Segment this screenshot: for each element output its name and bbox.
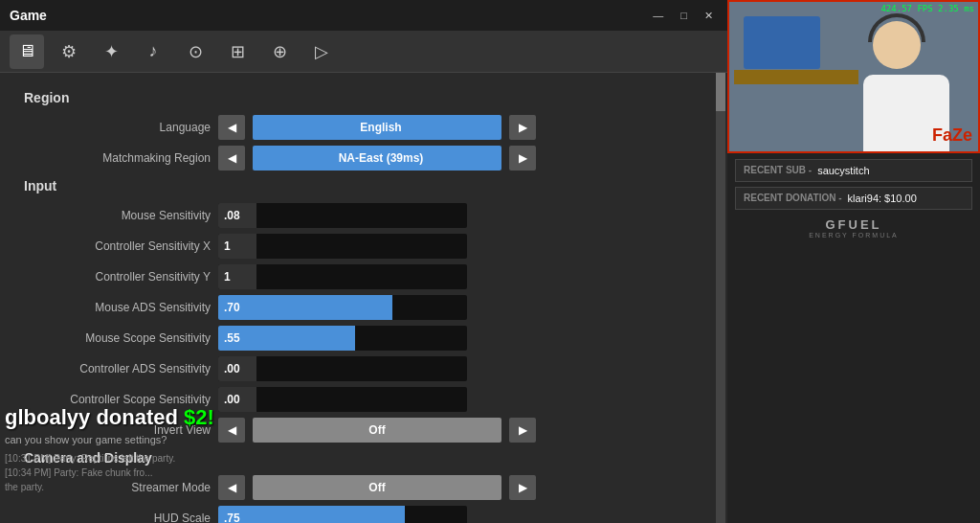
monitor-in-bg [744, 16, 820, 69]
title-bar-left: Game [10, 8, 47, 23]
desk [734, 70, 858, 84]
scrollbar-thumb[interactable] [716, 73, 725, 111]
language-setting: Language ◀ English ▶ [19, 115, 708, 140]
mouse-ads-slider[interactable]: .70 [218, 295, 467, 320]
mouse-scope-label: Mouse Scope Sensitivity [19, 331, 211, 345]
mouse-ads-fill: .70 [218, 295, 392, 320]
nav-bar: 🖥 ⚙ ✦ ♪ ⊙ ⊞ ⊕ ▷ [0, 31, 727, 73]
donation-notification: glboalyy donated $2! [5, 405, 340, 430]
chat-text-1: Party: Reptilins left the party. [54, 453, 175, 464]
recent-sub-name: saucystitch [817, 165, 869, 176]
faze-logo: FaZe [932, 125, 972, 146]
close-button[interactable]: ✕ [700, 8, 718, 24]
mouse-scope-setting: Mouse Scope Sensitivity .55 [19, 326, 708, 351]
gfuel-text: GFUEL [735, 217, 972, 232]
controller-ads-setting: Controller ADS Sensitivity .00 [19, 356, 708, 381]
matchmaking-next-button[interactable]: ▶ [509, 146, 536, 171]
gear-nav-icon[interactable]: ⚙ [52, 34, 86, 69]
matchmaking-prev-button[interactable]: ◀ [218, 146, 245, 171]
headphones [868, 13, 925, 42]
donation-amount: $2! [184, 405, 214, 429]
window-title: Game [10, 8, 47, 23]
streamer-mode-next-button[interactable]: ▶ [509, 475, 536, 500]
controller-sensitivity-y-setting: Controller Sensitivity Y 1 [19, 264, 708, 289]
accessibility-nav-icon[interactable]: ⊙ [178, 34, 212, 69]
recent-sub-bar: RECENT SUB - saucystitch [735, 159, 972, 182]
mouse-sensitivity-label: Mouse Sensitivity [19, 209, 211, 222]
play-nav-icon[interactable]: ▷ [304, 34, 339, 69]
webcam-area: 424.57 FPS 2.35 ms FaZe [727, 0, 980, 153]
controller-sensitivity-x-label: Controller Sensitivity X [19, 239, 211, 253]
recent-sub-label: RECENT SUB - [744, 165, 812, 176]
mouse-ads-label: Mouse ADS Sensitivity [19, 301, 211, 314]
matchmaking-setting: Matchmaking Region ◀ NA-East (39ms) ▶ [19, 146, 708, 171]
mouse-sensitivity-slider[interactable]: .08 [218, 203, 467, 228]
hud-scale-setting: HUD Scale .75 [19, 506, 708, 523]
controller-ads-label: Controller ADS Sensitivity [19, 362, 211, 375]
matchmaking-value: NA-East (39ms) [253, 146, 501, 171]
chat-text-2: Party: Fake chunk fro... [54, 467, 152, 478]
region-section-title: Region [19, 90, 708, 105]
hud-scale-label: HUD Scale [19, 512, 211, 523]
controller-sensitivity-y-label: Controller Sensitivity Y [19, 270, 211, 284]
controller-nav-icon[interactable]: ⊕ [262, 34, 297, 69]
mouse-sensitivity-fill: .08 [218, 203, 256, 228]
monitor-nav-icon[interactable]: 🖥 [10, 34, 44, 69]
mouse-sensitivity-setting: Mouse Sensitivity .08 [19, 203, 708, 228]
controller-sensitivity-y-slider[interactable]: 1 [218, 264, 467, 289]
recent-donation-label: RECENT DONATION - [744, 193, 842, 204]
hud-scale-fill: .75 [218, 506, 405, 523]
chat-messages: [10:31 PM] Party: Reptilins left the par… [5, 451, 340, 494]
mouse-ads-setting: Mouse ADS Sensitivity .70 [19, 295, 708, 320]
controller-scope-label: Controller Scope Sensitivity [19, 393, 211, 406]
title-bar-controls: — □ ✕ [648, 8, 718, 24]
controller-sensitivity-x-setting: Controller Sensitivity X 1 [19, 234, 708, 259]
gfuel-sub-text: ENERGY FORMULA [735, 232, 972, 239]
mouse-scope-slider[interactable]: .55 [218, 326, 467, 351]
language-prev-button[interactable]: ◀ [218, 115, 245, 140]
mouse-scope-fill: .55 [218, 326, 355, 351]
title-bar: Game — □ ✕ [0, 0, 727, 31]
language-label: Language [19, 121, 211, 134]
chat-time-2: [10:34 PM] [5, 467, 54, 478]
scrollbar-track[interactable] [716, 73, 725, 523]
audio-nav-icon[interactable]: ♪ [136, 34, 170, 69]
gfuel-logo: GFUEL ENERGY FORMULA [735, 217, 972, 239]
invert-view-next-button[interactable]: ▶ [509, 418, 536, 443]
fps-counter: 424.57 FPS 2.35 ms [880, 4, 974, 15]
language-next-button[interactable]: ▶ [509, 115, 536, 140]
minimize-button[interactable]: — [648, 8, 668, 24]
maximize-button[interactable]: □ [676, 8, 692, 24]
chat-question: can you show your game settings? [5, 434, 340, 445]
controller-sensitivity-x-slider[interactable]: 1 [218, 234, 467, 259]
hud-scale-slider[interactable]: .75 [218, 506, 467, 523]
recent-donation-bar: RECENT DONATION - klari94: $10.00 [735, 187, 972, 210]
chat-message-3: the party. [5, 480, 340, 494]
chat-time-1: [10:31 PM] [5, 453, 54, 464]
brightness-nav-icon[interactable]: ✦ [94, 34, 128, 69]
language-value: English [253, 115, 501, 140]
stream-info: RECENT SUB - saucystitch RECENT DONATION… [727, 153, 980, 523]
chat-message-2: [10:34 PM] Party: Fake chunk fro... [5, 466, 340, 480]
chat-message-1: [10:31 PM] Party: Reptilins left the par… [5, 451, 340, 466]
chat-text-3: the party. [5, 482, 44, 492]
controller-ads-fill: .00 [218, 356, 256, 381]
donation-verb-text: donated [96, 405, 178, 429]
controller-sensitivity-y-fill: 1 [218, 264, 256, 289]
recent-donation-name: klari94: $10.00 [848, 193, 917, 204]
chat-overlay: glboalyy donated $2! can you show your g… [5, 405, 340, 494]
sidebar: 424.57 FPS 2.35 ms FaZe RECENT SUB - sau… [727, 0, 980, 523]
grid-nav-icon[interactable]: ⊞ [220, 34, 255, 69]
controller-sensitivity-x-fill: 1 [218, 234, 256, 259]
matchmaking-label: Matchmaking Region [19, 151, 211, 165]
controller-ads-slider[interactable]: .00 [218, 356, 467, 381]
input-section-title: Input [19, 178, 708, 193]
donation-username: glboalyy [5, 405, 90, 429]
